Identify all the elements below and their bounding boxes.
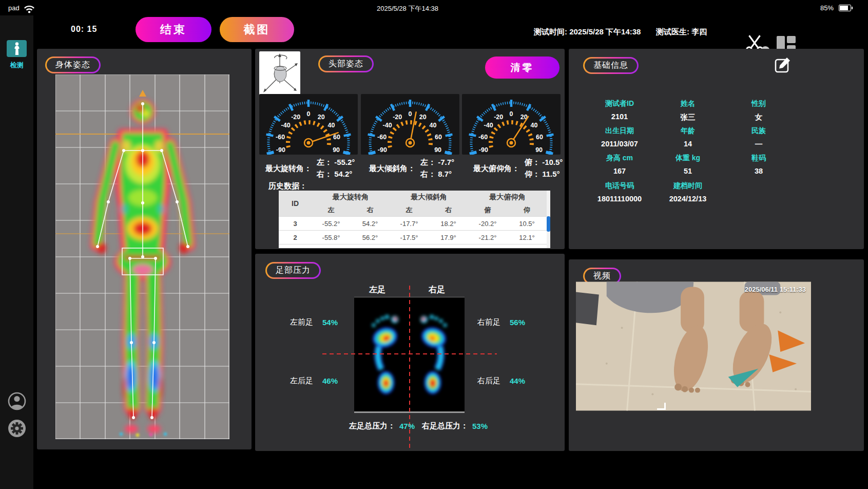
head-posture-title: 头部姿态 bbox=[318, 55, 374, 72]
right-total-pressure: 右足总压力：53% bbox=[422, 421, 488, 431]
video-timestamp: 2025/06/11 15:11:33 bbox=[745, 286, 806, 293]
metric-pitch-up: 仰： 11.5° bbox=[525, 170, 563, 179]
body-posture-panel: 身体姿态 bbox=[37, 49, 252, 449]
gauge-tilt: -90-60-40-20020406090 bbox=[361, 94, 459, 155]
svg-text:-20: -20 bbox=[494, 114, 503, 121]
col-tilt: 最大倾斜角 bbox=[390, 191, 468, 204]
field-value: 女 bbox=[715, 112, 802, 122]
app-window: pad 2025/5/28 下午14:38 85% 检测 bbox=[0, 0, 868, 489]
svg-text:90: 90 bbox=[333, 146, 340, 154]
svg-text:40: 40 bbox=[327, 122, 335, 129]
table-scrollbar-thumb[interactable] bbox=[547, 216, 550, 232]
wifi-icon bbox=[23, 3, 36, 14]
sidebar-item-detect-label: 检测 bbox=[0, 61, 33, 70]
sidebar: 检测 bbox=[0, 15, 33, 489]
crosshair-horizontal bbox=[322, 353, 497, 354]
gauge-pitch: -90-60-40-20020406090 bbox=[462, 94, 561, 155]
test-time-text: 测试时间: 2025/5/28 下午14:38 bbox=[534, 27, 641, 37]
right-foot-header: 右足 bbox=[429, 285, 445, 295]
left-rearfoot-region: 左后足46% bbox=[290, 376, 338, 386]
head-posture-panel: 头部姿态 清零 -90-60-40-20020406090 -90-60-40-… bbox=[255, 49, 565, 249]
svg-text:60: 60 bbox=[435, 134, 442, 141]
svg-text:60: 60 bbox=[333, 134, 340, 141]
metric-rotation: 最大旋转角： 左： -55.2° 右： 54.2° bbox=[265, 158, 355, 179]
table-row: 3 -55.2°54.2° -17.7°18.2° -20.2°10.5° bbox=[279, 217, 547, 231]
svg-text:-40: -40 bbox=[281, 122, 291, 129]
metric-rotation-right: 右： 54.2° bbox=[317, 170, 355, 179]
svg-text:-40: -40 bbox=[383, 122, 392, 129]
battery-icon bbox=[839, 5, 851, 11]
svg-text:-90: -90 bbox=[479, 146, 488, 154]
col-rotation: 最大旋转角 bbox=[312, 191, 390, 204]
gauge-pitch-dial: -90-60-40-20020406090 bbox=[462, 94, 561, 155]
fullscreen-corner-icon[interactable] bbox=[657, 403, 666, 410]
gauge-rotation-dial: -90-60-40-20020406090 bbox=[259, 94, 358, 155]
field-label: 性别 bbox=[715, 99, 802, 108]
svg-text:0: 0 bbox=[409, 110, 412, 118]
person-icon bbox=[13, 42, 21, 55]
body-posture-title: 身体姿态 bbox=[45, 57, 101, 73]
metric-pitch-down: 俯： -10.5° bbox=[525, 158, 563, 167]
svg-text:0: 0 bbox=[307, 110, 311, 118]
history-table: ID 最大旋转角 最大倾斜角 最大俯仰角 左 右 左 右 俯 仰 3 -55.2… bbox=[279, 191, 547, 248]
left-total-pressure: 左足总压力：47% bbox=[349, 421, 415, 431]
table-row: 2 -55.8°56.2° -17.5°17.9° -21.2°12.1° bbox=[279, 231, 547, 244]
col-pitch: 最大俯仰角 bbox=[468, 191, 547, 204]
metric-tilt-right: 右： 8.7° bbox=[420, 170, 454, 179]
screenshot-button[interactable]: 截图 bbox=[220, 17, 294, 42]
right-rearfoot-region: 右后足44% bbox=[477, 376, 525, 386]
field-label: 建档时间 bbox=[644, 181, 731, 191]
svg-text:40: 40 bbox=[429, 122, 436, 129]
field-value: 38 bbox=[715, 167, 802, 175]
video-panel: 视频 bbox=[569, 259, 864, 451]
history-data-label: 历史数据： bbox=[268, 181, 307, 191]
status-datetime: 2025/5/28 下午14:38 bbox=[377, 4, 438, 13]
user-account-icon[interactable] bbox=[7, 391, 27, 411]
table-row: 1 -56.1°55.7° -17.5°18.5° -22.2°11.5° bbox=[279, 244, 547, 249]
body-thermal-scan bbox=[55, 74, 229, 439]
right-forefoot-region: 右前足56% bbox=[477, 317, 525, 327]
metric-tilt: 最大倾斜角： 左： -7.7° 右： 8.7° bbox=[369, 158, 454, 179]
svg-text:-20: -20 bbox=[393, 114, 402, 121]
svg-text:-90: -90 bbox=[378, 146, 387, 154]
left-forefoot-region: 左前足54% bbox=[290, 317, 338, 327]
field-label: 鞋码 bbox=[715, 154, 802, 163]
basic-info-title: 基础信息 bbox=[583, 57, 639, 74]
field-value: — bbox=[715, 140, 802, 148]
svg-text:-90: -90 bbox=[276, 146, 285, 154]
metric-rotation-left: 左： -55.2° bbox=[317, 158, 355, 167]
left-foot-header: 左足 bbox=[369, 285, 385, 295]
svg-text:-60: -60 bbox=[478, 134, 488, 141]
head-axes-thumbnail bbox=[259, 51, 300, 96]
device-name: pad bbox=[8, 4, 20, 12]
session-timer: 00: 15 bbox=[71, 25, 97, 34]
field-value: 2024/12/13 bbox=[644, 195, 731, 203]
settings-gear-icon[interactable] bbox=[7, 419, 27, 438]
svg-text:20: 20 bbox=[318, 114, 325, 121]
reset-button[interactable]: 清零 bbox=[485, 57, 560, 79]
history-table-wrap: ID 最大旋转角 最大倾斜角 最大俯仰角 左 右 左 右 俯 仰 3 -55.2… bbox=[279, 191, 547, 248]
video-still-image bbox=[576, 281, 811, 411]
svg-text:60: 60 bbox=[536, 134, 543, 141]
svg-text:-40: -40 bbox=[484, 122, 493, 129]
svg-text:-60: -60 bbox=[377, 134, 387, 141]
gauge-rotation: -90-60-40-20020406090 bbox=[259, 94, 358, 155]
metric-pitch: 最大俯仰角： 俯： -10.5° 仰： 11.5° bbox=[473, 158, 563, 179]
battery-percent: 85% bbox=[820, 4, 834, 12]
edit-icon[interactable] bbox=[774, 56, 792, 73]
svg-text:20: 20 bbox=[419, 114, 427, 121]
video-frame[interactable]: 2025/06/11 15:11:33 bbox=[576, 281, 811, 411]
gauge-tilt-dial: -90-60-40-20020406090 bbox=[361, 94, 459, 155]
svg-text:-20: -20 bbox=[291, 114, 300, 121]
foot-pressure-title: 足部压力 bbox=[265, 262, 321, 279]
sidebar-item-detect[interactable] bbox=[7, 40, 27, 57]
svg-text:40: 40 bbox=[530, 122, 537, 129]
metric-tilt-left: 左： -7.7° bbox=[420, 158, 454, 167]
foot-pressure-panel: 足部压力 左足 右足 bbox=[255, 254, 565, 451]
end-button[interactable]: 结束 bbox=[136, 17, 211, 42]
col-id: ID bbox=[279, 191, 312, 217]
status-bar: pad 2025/5/28 下午14:38 85% bbox=[0, 0, 868, 15]
svg-text:90: 90 bbox=[434, 146, 441, 154]
basic-info-panel: 基础信息 测试者ID 姓名 性别 2101 张三 女 出生日期 年龄 民族 20… bbox=[569, 49, 864, 249]
svg-text:90: 90 bbox=[535, 146, 543, 154]
